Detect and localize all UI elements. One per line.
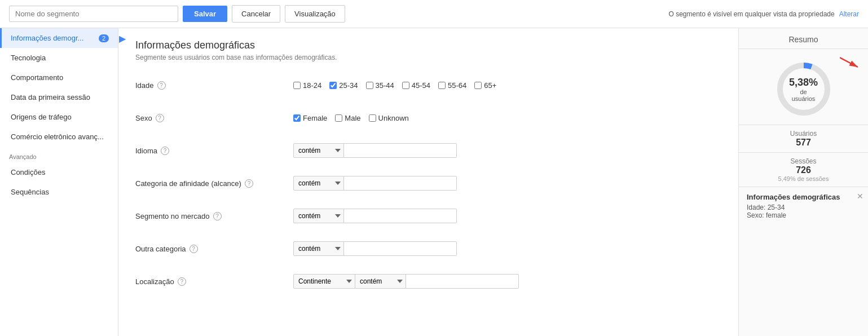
age-25-34[interactable]: 25-34 <box>329 81 358 90</box>
mercado-help-icon[interactable]: ? <box>213 212 222 220</box>
age-55-64-checkbox[interactable] <box>438 82 446 89</box>
afinidade-select[interactable]: contém <box>293 176 344 191</box>
gender-row: Sexo ? Female Male Unknown <box>135 108 721 128</box>
idioma-controls: contém <box>293 143 457 158</box>
gender-unknown-checkbox[interactable] <box>369 114 376 122</box>
outra-controls: contém <box>293 241 457 256</box>
gender-male[interactable]: Male <box>335 114 360 122</box>
localizacao-row: Localização ? Continente contém <box>135 271 721 291</box>
sessions-value: 726 <box>748 165 859 175</box>
idioma-input[interactable] <box>344 143 457 158</box>
resumo-conditions: Informações demográficas Idade: 25-34 Se… <box>739 187 868 225</box>
right-panel: Resumo <box>738 28 868 336</box>
visibility-info: O segmento é visível em qualquer vista d… <box>668 10 859 18</box>
sidebar-label-origens: Origens de tráfego <box>11 113 72 121</box>
sidebar-badge-demograficas: 2 <box>99 34 109 42</box>
sidebar-label-comercio: Comércio eletrônico avanç... <box>11 132 104 141</box>
preview-button[interactable]: Visualização <box>285 5 345 23</box>
sessions-stat: Sessões 726 5,49% de sessões <box>739 153 868 187</box>
donut-label: de usuários <box>788 89 819 102</box>
svg-line-1 <box>840 58 858 67</box>
localizacao-input[interactable] <box>406 274 519 289</box>
sidebar-item-tecnologia[interactable]: Tecnologia <box>0 48 118 68</box>
outra-label: Outra categoria ? <box>135 245 293 253</box>
age-45-54-checkbox[interactable] <box>402 82 409 89</box>
idioma-combo: contém <box>293 143 457 158</box>
users-label: Usuários <box>748 130 859 138</box>
donut-percent: 5,38% <box>788 77 819 89</box>
cancel-button[interactable]: Cancelar <box>232 5 280 23</box>
mercado-input[interactable] <box>344 209 457 223</box>
sidebar-item-comercio[interactable]: Comércio eletrônico avanç... <box>0 127 118 147</box>
afinidade-label: Categoria de afinidade (alcance) ? <box>135 179 293 188</box>
donut-center: 5,38% de usuários <box>788 77 819 102</box>
age-18-24[interactable]: 18-24 <box>293 81 321 90</box>
age-45-54[interactable]: 45-54 <box>402 81 430 90</box>
age-35-44[interactable]: 35-44 <box>366 81 394 90</box>
conditions-gender: Sexo: female <box>747 211 860 219</box>
outra-select[interactable]: contém <box>293 241 344 256</box>
sidebar-item-demograficas[interactable]: Informações demogr... 2 ▶ <box>0 28 118 48</box>
gender-unknown[interactable]: Unknown <box>369 114 409 122</box>
sidebar-label-comportamento: Comportamento <box>11 73 63 82</box>
mercado-label: Segmento no mercado ? <box>135 212 293 220</box>
age-checkboxes: 18-24 25-34 35-44 45-54 55-64 <box>293 81 496 90</box>
content-area: Informações demográficas Segmente seus u… <box>118 28 738 336</box>
sidebar-label-condicoes: Condições <box>11 168 45 176</box>
save-button[interactable]: Salvar <box>183 6 227 22</box>
afinidade-input[interactable] <box>344 176 457 191</box>
mercado-select[interactable]: contém <box>293 209 344 223</box>
age-help-icon[interactable]: ? <box>157 81 166 90</box>
age-65plus[interactable]: 65+ <box>474 81 496 90</box>
conditions-title: Informações demográficas <box>747 193 860 201</box>
localizacao-select1[interactable]: Continente <box>293 274 355 289</box>
age-35-44-checkbox[interactable] <box>366 82 373 89</box>
arrow-indicator <box>840 55 862 73</box>
idioma-select[interactable]: contém <box>293 143 344 158</box>
visibility-text: O segmento é visível em qualquer vista d… <box>668 10 834 18</box>
age-55-64[interactable]: 55-64 <box>438 81 466 90</box>
afinidade-help-icon[interactable]: ? <box>245 179 253 188</box>
age-row: Idade ? 18-24 25-34 35-44 45-54 <box>135 75 721 95</box>
gender-female-checkbox[interactable] <box>293 114 301 122</box>
top-bar: Salvar Cancelar Visualização O segmento … <box>0 0 868 28</box>
users-stat: Usuários 577 <box>739 125 868 153</box>
sidebar-item-primeira-sessao[interactable]: Data da primeira sessão <box>0 87 118 107</box>
conditions-age: Idade: 25-34 <box>747 204 860 211</box>
gender-label: Sexo ? <box>135 114 293 122</box>
sidebar-item-sequencias[interactable]: Sequências <box>0 182 118 202</box>
outra-row: Outra categoria ? contém <box>135 238 721 259</box>
age-65plus-checkbox[interactable] <box>474 82 482 89</box>
conditions-close-button[interactable]: ✕ <box>857 192 863 201</box>
age-18-24-checkbox[interactable] <box>293 82 301 89</box>
sidebar-label-sequencias: Sequências <box>11 188 49 196</box>
idioma-label: Idioma ? <box>135 147 293 155</box>
gender-male-checkbox[interactable] <box>335 114 342 122</box>
sidebar-item-origens[interactable]: Origens de tráfego <box>0 107 118 127</box>
donut-chart: 5,38% de usuários <box>773 58 835 120</box>
idioma-row: Idioma ? contém <box>135 140 721 161</box>
change-link[interactable]: Alterar <box>839 10 859 18</box>
mercado-row: Segmento no mercado ? contém <box>135 206 721 226</box>
sidebar-item-comportamento[interactable]: Comportamento <box>0 68 118 87</box>
age-25-34-checkbox[interactable] <box>329 82 337 89</box>
sidebar-label-primeira-sessao: Data da primeira sessão <box>11 93 90 101</box>
advanced-section-label: Avançado <box>0 147 118 162</box>
afinidade-controls: contém <box>293 176 457 191</box>
localizacao-help-icon[interactable]: ? <box>178 277 186 286</box>
idioma-help-icon[interactable]: ? <box>161 147 169 155</box>
sidebar-arrow-demograficas: ▶ <box>119 33 126 43</box>
outra-help-icon[interactable]: ? <box>190 245 198 253</box>
segment-name-input[interactable] <box>9 6 178 22</box>
gender-help-icon[interactable]: ? <box>156 114 164 122</box>
gender-female[interactable]: Female <box>293 114 327 122</box>
age-label: Idade ? <box>135 81 293 90</box>
afinidade-combo: contém <box>293 176 457 191</box>
localizacao-controls: Continente contém <box>293 274 519 289</box>
content-title: Informações demográficas <box>135 39 721 51</box>
sidebar-item-condicoes[interactable]: Condições <box>0 162 118 182</box>
content-subtitle: Segmente seus usuários com base nas info… <box>135 54 721 61</box>
main-layout: Informações demogr... 2 ▶ Tecnologia Com… <box>0 28 868 336</box>
localizacao-select2[interactable]: contém <box>355 274 406 289</box>
outra-input[interactable] <box>344 241 457 256</box>
